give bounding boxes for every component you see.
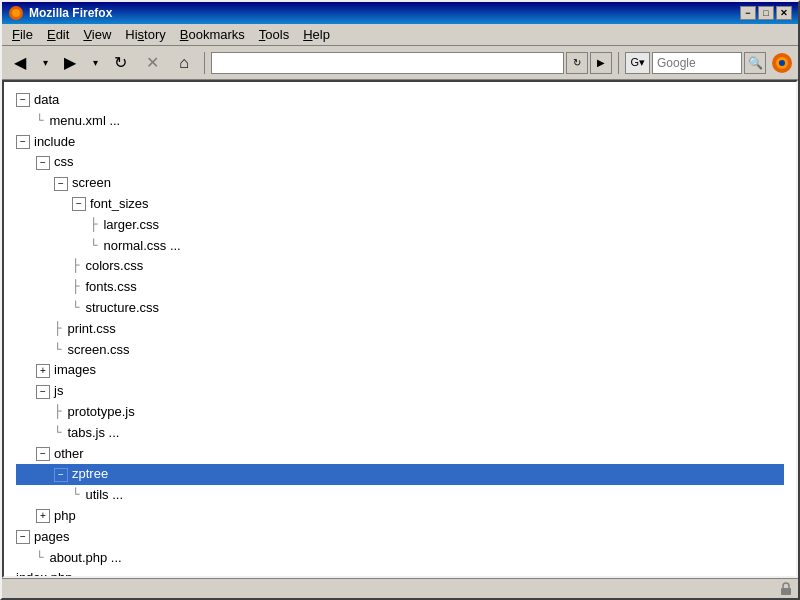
search-bar: G▾ 🔍 xyxy=(625,52,766,74)
menu-help[interactable]: Help xyxy=(297,25,336,44)
title-controls: − □ ✕ xyxy=(740,6,792,20)
firefox-logo xyxy=(770,51,794,75)
expand-icon[interactable]: − xyxy=(16,93,30,107)
list-item[interactable]: └ menu.xml ... xyxy=(16,111,784,132)
list-item[interactable]: └ screen.css xyxy=(16,340,784,361)
file-tree: − data └ menu.xml ... − include − css xyxy=(16,90,784,578)
tree-connector: └ xyxy=(36,548,44,569)
list-item[interactable]: index.php xyxy=(16,568,784,578)
menu-edit[interactable]: Edit xyxy=(41,25,75,44)
tree-connector: └ xyxy=(54,340,62,361)
tree-connector: └ xyxy=(72,298,80,319)
list-item[interactable]: └ utils ... xyxy=(16,485,784,506)
expand-icon[interactable]: − xyxy=(54,177,68,191)
search-button[interactable]: 🔍 xyxy=(744,52,766,74)
expand-icon[interactable]: − xyxy=(16,135,30,149)
back-button[interactable]: ◀ xyxy=(6,50,34,76)
expand-icon[interactable]: + xyxy=(36,364,50,378)
list-item[interactable]: − data xyxy=(16,90,784,111)
list-item[interactable]: − font_sizes xyxy=(16,194,784,215)
list-item[interactable]: − screen xyxy=(16,173,784,194)
search-engine-label[interactable]: G▾ xyxy=(625,52,650,74)
reload-button[interactable]: ↻ xyxy=(106,50,134,76)
list-item[interactable]: └ structure.css xyxy=(16,298,784,319)
svg-point-4 xyxy=(779,60,785,66)
tree-connector: ├ xyxy=(72,256,80,277)
list-item[interactable]: ├ larger.css xyxy=(16,215,784,236)
svg-point-1 xyxy=(12,9,20,17)
status-icon xyxy=(778,581,794,597)
home-button[interactable]: ⌂ xyxy=(170,50,198,76)
menu-bookmarks[interactable]: Bookmarks xyxy=(174,25,251,44)
content-area: − data └ menu.xml ... − include − css xyxy=(2,80,798,578)
tree-connector: └ xyxy=(90,236,98,257)
expand-icon[interactable]: − xyxy=(36,156,50,170)
menu-view[interactable]: View xyxy=(77,25,117,44)
list-item[interactable]: + php xyxy=(16,506,784,527)
minimize-button[interactable]: − xyxy=(740,6,756,20)
menu-tools[interactable]: Tools xyxy=(253,25,295,44)
tree-connector: └ xyxy=(54,423,62,444)
back-dropdown[interactable]: ▾ xyxy=(38,50,52,76)
expand-icon[interactable]: − xyxy=(16,530,30,544)
search-input[interactable] xyxy=(652,52,742,74)
browser-window: Mozilla Firefox − □ ✕ File Edit View His… xyxy=(0,0,800,600)
list-item[interactable]: ├ colors.css xyxy=(16,256,784,277)
forward-button[interactable]: ▶ xyxy=(56,50,84,76)
toolbar: ◀ ▾ ▶ ▾ ↻ ✕ ⌂ ↻ ▶ G▾ 🔍 xyxy=(2,46,798,80)
list-item[interactable]: └ normal.css ... xyxy=(16,236,784,257)
list-item[interactable]: − pages xyxy=(16,527,784,548)
tree-connector: ├ xyxy=(90,215,98,236)
list-item[interactable]: ├ print.css xyxy=(16,319,784,340)
menu-file[interactable]: File xyxy=(6,25,39,44)
tree-connector: └ xyxy=(72,485,80,506)
list-item[interactable]: └ tabs.js ... xyxy=(16,423,784,444)
expand-icon[interactable]: − xyxy=(72,197,86,211)
close-button[interactable]: ✕ xyxy=(776,6,792,20)
list-item[interactable]: └ about.php ... xyxy=(16,548,784,569)
stop-button[interactable]: ✕ xyxy=(138,50,166,76)
list-item[interactable]: ├ fonts.css xyxy=(16,277,784,298)
expand-icon[interactable]: − xyxy=(36,385,50,399)
list-item[interactable]: − css xyxy=(16,152,784,173)
expand-icon[interactable]: − xyxy=(36,447,50,461)
address-refresh-btn[interactable]: ↻ xyxy=(566,52,588,74)
address-input[interactable] xyxy=(211,52,564,74)
list-item[interactable]: − other xyxy=(16,444,784,465)
title-bar-left: Mozilla Firefox xyxy=(8,5,112,21)
list-item[interactable]: − js xyxy=(16,381,784,402)
forward-dropdown[interactable]: ▾ xyxy=(88,50,102,76)
title-bar: Mozilla Firefox − □ ✕ xyxy=(2,2,798,24)
address-bar: ↻ ▶ xyxy=(211,52,612,74)
expand-icon[interactable]: + xyxy=(36,509,50,523)
lock-icon xyxy=(779,582,793,596)
tree-connector: ├ xyxy=(54,319,62,340)
tree-connector: ├ xyxy=(72,277,80,298)
expand-icon[interactable]: − xyxy=(54,468,68,482)
list-item[interactable]: ├ prototype.js xyxy=(16,402,784,423)
toolbar-separator-1 xyxy=(204,52,205,74)
address-go-btn[interactable]: ▶ xyxy=(590,52,612,74)
status-bar xyxy=(2,578,798,598)
list-item[interactable]: + images xyxy=(16,360,784,381)
firefox-icon xyxy=(8,5,24,21)
list-item[interactable]: − zptree xyxy=(16,464,784,485)
menu-bar: File Edit View History Bookmarks Tools H… xyxy=(2,24,798,46)
tree-connector: └ xyxy=(36,111,44,132)
svg-rect-5 xyxy=(781,588,791,595)
toolbar-separator-2 xyxy=(618,52,619,74)
window-title: Mozilla Firefox xyxy=(29,6,112,20)
menu-history[interactable]: History xyxy=(119,25,171,44)
list-item[interactable]: − include xyxy=(16,132,784,153)
tree-connector: ├ xyxy=(54,402,62,423)
maximize-button[interactable]: □ xyxy=(758,6,774,20)
